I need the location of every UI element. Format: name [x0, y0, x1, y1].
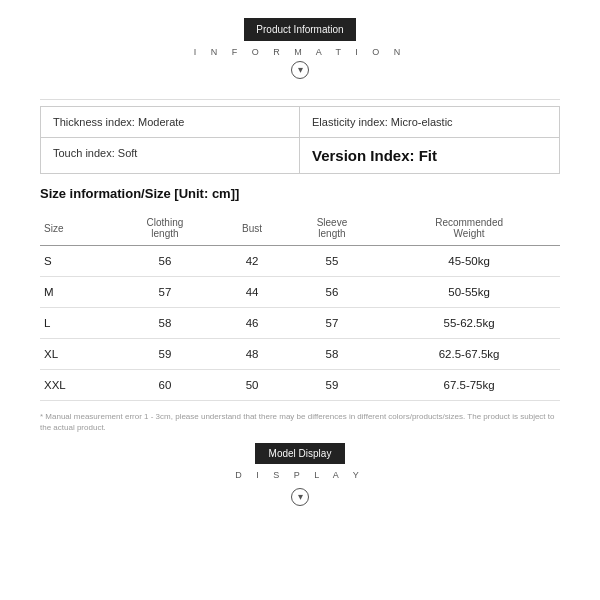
col-header-sleeve-length: Sleevelength: [286, 211, 379, 246]
cell-weight: 50-55kg: [378, 277, 560, 308]
elasticity-text: Elasticity index: Micro-elastic: [312, 116, 453, 128]
cell-sleeve-length: 56: [286, 277, 379, 308]
info-cards-grid: Thickness index: Moderate Elasticity ind…: [40, 106, 560, 174]
expand-display-button[interactable]: [291, 488, 309, 506]
information-section-label: I N F O R M A T I O N: [194, 47, 407, 57]
display-section-label: D I S P L A Y: [235, 470, 364, 480]
cell-sleeve-length: 57: [286, 308, 379, 339]
cell-bust: 42: [219, 246, 286, 277]
cell-weight: 45-50kg: [378, 246, 560, 277]
cell-weight: 62.5-67.5kg: [378, 339, 560, 370]
touch-card: Touch index: Soft: [41, 138, 300, 173]
col-header-bust: Bust: [219, 211, 286, 246]
cell-bust: 48: [219, 339, 286, 370]
cell-size: S: [40, 246, 111, 277]
col-header-clothing-length: Clothinglength: [111, 211, 218, 246]
cell-size: XXL: [40, 370, 111, 401]
thickness-card: Thickness index: Moderate: [41, 107, 300, 138]
touch-text: Touch index: Soft: [53, 147, 137, 159]
cell-size: XL: [40, 339, 111, 370]
cell-sleeve-length: 55: [286, 246, 379, 277]
table-row: M 57 44 56 50-55kg: [40, 277, 560, 308]
col-header-weight: RecommendedWeight: [378, 211, 560, 246]
table-row: XL 59 48 58 62.5-67.5kg: [40, 339, 560, 370]
cell-clothing-length: 58: [111, 308, 218, 339]
cell-sleeve-length: 59: [286, 370, 379, 401]
model-display-label: Model Display: [269, 448, 332, 459]
cell-clothing-length: 57: [111, 277, 218, 308]
table-row: L 58 46 57 55-62.5kg: [40, 308, 560, 339]
table-row: XXL 60 50 59 67.5-75kg: [40, 370, 560, 401]
thickness-text: Thickness index: Moderate: [53, 116, 184, 128]
col-header-size: Size: [40, 211, 111, 246]
size-section-title: Size information/Size [Unit: cm]]: [40, 186, 560, 201]
version-text: Version Index: Fit: [312, 147, 437, 164]
table-row: S 56 42 55 45-50kg: [40, 246, 560, 277]
cell-weight: 67.5-75kg: [378, 370, 560, 401]
cell-size: M: [40, 277, 111, 308]
product-info-label: Product Information: [256, 24, 343, 35]
cell-size: L: [40, 308, 111, 339]
version-card: Version Index: Fit: [300, 138, 559, 173]
cell-clothing-length: 59: [111, 339, 218, 370]
cell-bust: 46: [219, 308, 286, 339]
product-info-badge: Product Information: [244, 18, 355, 41]
cell-clothing-length: 60: [111, 370, 218, 401]
cell-bust: 44: [219, 277, 286, 308]
page-container: Product Information I N F O R M A T I O …: [0, 0, 600, 600]
disclaimer-text: * Manual measurement error 1 - 3cm, plea…: [40, 411, 560, 433]
elasticity-card: Elasticity index: Micro-elastic: [300, 107, 559, 138]
expand-info-button[interactable]: [291, 61, 309, 79]
cell-weight: 55-62.5kg: [378, 308, 560, 339]
cell-bust: 50: [219, 370, 286, 401]
cell-clothing-length: 56: [111, 246, 218, 277]
cell-sleeve-length: 58: [286, 339, 379, 370]
table-header-row: Size Clothinglength Bust Sleevelength Re…: [40, 211, 560, 246]
size-table: Size Clothinglength Bust Sleevelength Re…: [40, 211, 560, 401]
model-display-badge: Model Display: [255, 443, 346, 464]
top-divider: [40, 99, 560, 100]
